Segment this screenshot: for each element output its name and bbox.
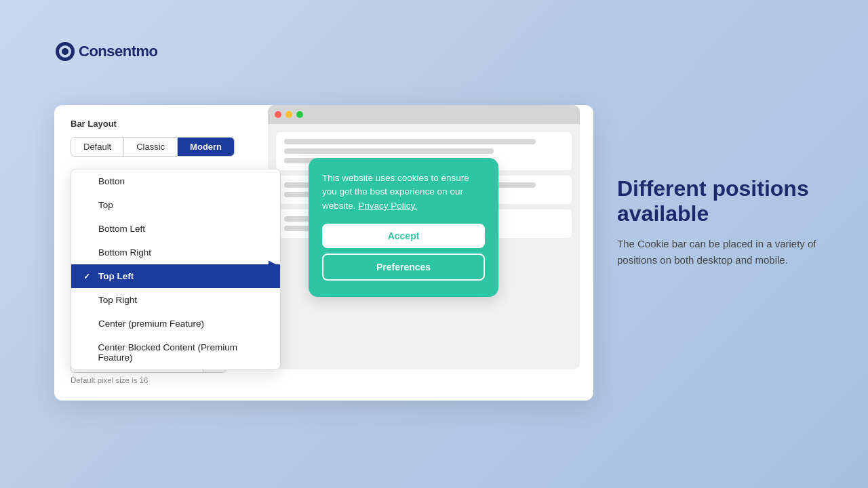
logo: Consentmo <box>54 41 158 62</box>
browser-maximize-dot <box>296 111 303 118</box>
cookie-text: This website uses cookies to ensure you … <box>322 171 485 213</box>
right-panel-description: The Cookie bar can be placed in a variet… <box>617 236 827 268</box>
content-line <box>284 139 536 144</box>
dropdown-item-top-right[interactable]: Top Right <box>71 288 280 312</box>
right-panel-title: Different positions available <box>617 176 827 226</box>
logo-icon <box>54 41 76 62</box>
main-card: Bar Layout Default Classic Modern Botton… <box>54 105 593 401</box>
logo-text: Consentmo <box>79 43 158 60</box>
modern-layout-button[interactable]: Modern <box>178 138 234 156</box>
dropdown-item-top-left[interactable]: ✓ Top Left <box>71 264 280 288</box>
svg-point-2 <box>62 48 68 55</box>
browser-content: This website uses cookies to ensure you … <box>268 124 580 369</box>
check-icon: ✓ <box>83 272 93 281</box>
browser-titlebar <box>268 105 580 124</box>
browser-close-dot <box>275 111 281 118</box>
dropdown-item-center-blocked[interactable]: Center Blocked Content (Premium Feature) <box>71 336 280 369</box>
browser-minimize-dot <box>285 111 292 118</box>
dropdown-item-bottom-left[interactable]: Bottom Left <box>71 217 280 241</box>
accept-button[interactable]: Accept <box>322 224 485 248</box>
layout-buttons: Default Classic Modern <box>71 137 235 157</box>
arrow-pointer: ► <box>264 254 285 277</box>
classic-layout-button[interactable]: Classic <box>124 138 178 156</box>
dropdown-menu: Botton Top Bottom Left Bottom Right ✓ To… <box>71 169 281 370</box>
default-layout-button[interactable]: Default <box>71 138 124 156</box>
cookie-popup: This website uses cookies to ensure you … <box>309 158 498 297</box>
privacy-policy-link[interactable]: Privacy Policy. <box>358 201 417 211</box>
right-panel: Different positions available The Cookie… <box>617 176 827 268</box>
dropdown-item-center[interactable]: Center (premium Feature) <box>71 312 280 336</box>
browser-mockup: This website uses cookies to ensure you … <box>268 105 580 369</box>
dropdown-item-top[interactable]: Top <box>71 193 280 217</box>
content-line <box>284 148 494 154</box>
pixel-hint: Default pixel size is 16 <box>71 376 577 384</box>
dropdown-item-bottom-right[interactable]: Bottom Right <box>71 241 280 264</box>
dropdown-item-botton[interactable]: Botton <box>71 169 280 193</box>
preferences-button[interactable]: Preferences <box>322 253 485 281</box>
